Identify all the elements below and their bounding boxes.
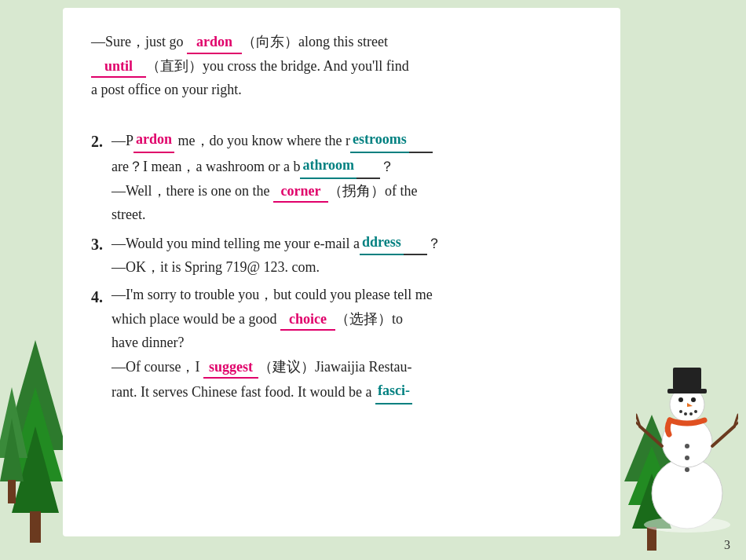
intro-chinese1: （向东）along this street — [242, 34, 388, 49]
intro-line1: —Sure，just go — [91, 34, 187, 49]
svg-line-29 — [712, 426, 734, 446]
item-2-content: —Pardon me，do you know where the restroo… — [112, 127, 592, 226]
svg-rect-15 — [673, 368, 701, 390]
item4-line2: which place would be a good choice（选择）to — [112, 311, 403, 327]
svg-point-24 — [685, 456, 689, 460]
blank-bathroom — [357, 178, 380, 179]
content-card: —Sure，just go ardon（向东）along this street… — [63, 8, 620, 536]
svg-rect-6 — [8, 480, 16, 503]
item-4-number: 4. — [91, 284, 112, 310]
item-2: 2. —Pardon me，do you know where the rest… — [91, 127, 592, 226]
blank-until: until — [91, 57, 146, 78]
ans-pardon: ardon — [133, 127, 174, 153]
svg-line-26 — [640, 426, 662, 446]
item2-line4: street. — [112, 207, 145, 222]
blank-corner: corner — [273, 181, 328, 203]
item-4-content: —I'm sorry to trouble you，but could you … — [112, 283, 592, 404]
snowman-decoration — [636, 364, 738, 536]
svg-point-23 — [685, 444, 689, 448]
item-3-content: —Would you mind telling me your e-mail a… — [112, 230, 592, 280]
ans-fasci: fasci- — [375, 379, 412, 404]
svg-point-22 — [694, 410, 697, 413]
item-3-number: 3. — [91, 231, 112, 258]
svg-point-16 — [678, 397, 683, 402]
item4-line3: have dinner? — [112, 335, 184, 350]
svg-point-17 — [691, 397, 696, 402]
ans-address: ddress — [360, 230, 404, 256]
intro-line2: （直到）you cross the bridge. And you'll fin… — [146, 58, 409, 74]
ans-bathroom: athroom — [300, 153, 357, 179]
item3-line2: —OK，it is Spring 719@ 123. com. — [112, 259, 320, 275]
intro-paragraph: —Sure，just go ardon（向东）along this street… — [91, 30, 592, 102]
ans-restrooms: estrooms — [350, 127, 409, 153]
svg-point-20 — [684, 412, 687, 415]
page-number: 3 — [724, 538, 730, 552]
item-4: 4. —I'm sorry to trouble you，but could y… — [91, 283, 592, 404]
blank-restrooms — [409, 152, 433, 153]
svg-point-21 — [689, 412, 693, 415]
blank-choice: choice — [280, 309, 335, 331]
item-3: 3. —Would you mind telling me your e-mai… — [91, 230, 592, 280]
svg-point-32 — [644, 517, 730, 533]
svg-point-25 — [685, 467, 689, 472]
item2-line2: are？I mean，a washroom or a bathroom？ — [112, 159, 394, 174]
svg-rect-3 — [30, 511, 41, 543]
item4-line4: —Of course，I suggest（建议）Jiawaijia Restau… — [112, 359, 411, 375]
item2-line1: —Pardon me，do you know where the restroo… — [112, 133, 433, 148]
trees-left-decoration — [0, 324, 71, 560]
item2-line3: —Well，there is one on the corner（拐角）of t… — [112, 183, 417, 199]
item4-line5: rant. It serves Chinese fast food. It wo… — [112, 384, 412, 400]
intro-line3: a post office on your right. — [91, 82, 242, 97]
blank-east: ardon — [187, 32, 242, 53]
blank-suggest: suggest — [203, 357, 258, 379]
svg-point-19 — [679, 410, 682, 413]
item-2-number: 2. — [91, 128, 112, 155]
blank-address — [404, 254, 427, 255]
item3-line1: —Would you mind telling me your e-mail a… — [112, 236, 441, 251]
item4-line1: —I'm sorry to trouble you，but could you … — [112, 287, 433, 302]
